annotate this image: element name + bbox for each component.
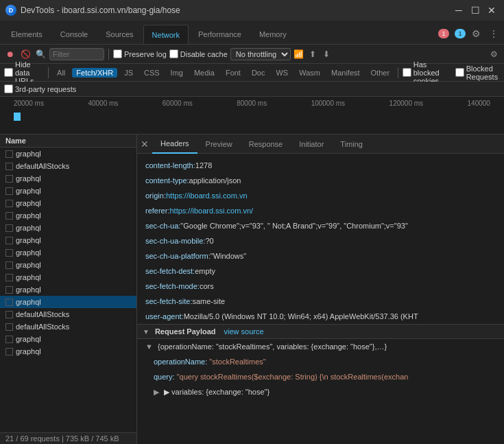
info-badge: 1 xyxy=(455,29,466,38)
import-export: ⬆ ⬇ xyxy=(307,48,333,60)
request-checkbox[interactable] xyxy=(5,261,13,269)
record-button[interactable]: ⏺ xyxy=(4,48,16,60)
tab-console[interactable]: Console xyxy=(52,25,96,44)
detail-tab-response[interactable]: Response xyxy=(241,135,291,154)
preserve-log-checkbox[interactable]: Preserve log xyxy=(113,49,167,58)
filter-img[interactable]: Img xyxy=(167,68,187,78)
request-item[interactable]: graphql xyxy=(0,283,136,296)
timeline-ruler: 20000 ms 40000 ms 60000 ms 80000 ms 1000… xyxy=(0,97,504,109)
request-item[interactable]: graphql xyxy=(0,148,136,160)
timeline-bar xyxy=(14,113,21,121)
request-item[interactable]: defaultAllStocks xyxy=(0,160,136,172)
minimize-button[interactable]: ─ xyxy=(452,3,466,17)
view-source-link[interactable]: view source xyxy=(224,327,264,336)
request-item[interactable]: graphql xyxy=(0,185,136,197)
header-row: sec-ch-ua-mobile: ?0 xyxy=(137,233,504,248)
request-list-footer: 21 / 69 requests | 735 kB / 745 kB xyxy=(0,432,136,444)
export-button[interactable]: ⬇ xyxy=(320,48,333,60)
main-tabs: Elements Console Sources Network Perform… xyxy=(0,21,504,45)
request-item[interactable]: graphql xyxy=(0,209,136,222)
header-row: content-length: 1278 xyxy=(137,158,504,173)
tab-sources[interactable]: Sources xyxy=(97,25,141,44)
filter-input-wrap[interactable] xyxy=(49,48,104,60)
detail-close-button[interactable]: ✕ xyxy=(137,137,152,152)
request-checkbox[interactable] xyxy=(5,200,13,207)
payload-line1: ▼ {operationName: "stockRealtimes", vari… xyxy=(137,339,504,354)
tab-memory[interactable]: Memory xyxy=(251,25,295,44)
timeline-mark-4: 80000 ms xyxy=(237,100,267,107)
filter-manifest[interactable]: Manifest xyxy=(327,68,364,78)
window-title: DevTools - iboard.ssi.com.vn/bang-gia/ho… xyxy=(21,5,448,15)
request-checkbox[interactable] xyxy=(5,249,13,257)
filter-font[interactable]: Font xyxy=(221,68,245,78)
request-checkbox[interactable] xyxy=(5,311,13,318)
detail-tab-timing[interactable]: Timing xyxy=(332,135,371,154)
request-item[interactable]: graphql xyxy=(0,222,136,234)
disable-cache-checkbox[interactable]: Disable cache xyxy=(169,49,228,58)
filter-media[interactable]: Media xyxy=(190,68,219,78)
search-filter-button[interactable]: 🔍 xyxy=(34,48,47,60)
request-checkbox[interactable] xyxy=(5,163,13,170)
filter-wasm[interactable]: Wasm xyxy=(295,68,324,78)
request-checkbox[interactable] xyxy=(5,224,13,232)
filter-other[interactable]: Other xyxy=(367,68,394,78)
request-checkbox[interactable] xyxy=(5,212,13,220)
request-item[interactable]: graphql xyxy=(0,296,136,308)
request-item[interactable]: graphql xyxy=(0,271,136,283)
more-button[interactable]: ⋮ xyxy=(486,26,501,41)
request-item[interactable]: graphql xyxy=(0,197,136,209)
request-checkbox[interactable] xyxy=(5,150,13,158)
timeline-mark-3: 60000 ms xyxy=(163,100,193,107)
header-row: sec-ch-ua-platform: "Windows" xyxy=(137,248,504,264)
request-checkbox[interactable] xyxy=(5,348,13,355)
filter-doc[interactable]: Doc xyxy=(248,68,269,78)
blocked-requests-checkbox[interactable]: Blocked Requests xyxy=(455,65,500,81)
filter-bar: Hide data URLs All Fetch/XHR JS CSS Img … xyxy=(0,64,504,82)
variables-expand-icon: ▶ xyxy=(154,388,161,396)
request-item[interactable]: defaultAllStocks xyxy=(0,308,136,320)
request-item[interactable]: graphql xyxy=(0,234,136,246)
request-item[interactable]: defaultAllStocks xyxy=(0,320,136,333)
request-item[interactable]: graphql xyxy=(0,345,136,358)
detail-tab-headers[interactable]: Headers xyxy=(152,135,197,154)
close-button[interactable]: ✕ xyxy=(485,3,499,17)
app-icon: D xyxy=(5,5,16,16)
filter-js[interactable]: JS xyxy=(120,68,137,78)
filter-all[interactable]: All xyxy=(53,68,69,78)
request-payload-section[interactable]: ▼ Request Payload view source xyxy=(137,324,504,339)
clear-button[interactable]: 🚫 xyxy=(19,48,32,60)
tab-elements[interactable]: Elements xyxy=(3,25,51,44)
filter-fetch-xhr[interactable]: Fetch/XHR xyxy=(72,68,117,78)
request-list-body[interactable]: graphqldefaultAllStocksgraphqlgraphqlgra… xyxy=(0,148,136,432)
network-settings-button[interactable]: ⚙ xyxy=(488,48,500,60)
settings-button[interactable]: ⚙ xyxy=(468,26,483,41)
request-item[interactable]: graphql xyxy=(0,333,136,345)
maximize-button[interactable]: ☐ xyxy=(468,3,482,17)
request-checkbox[interactable] xyxy=(5,323,13,331)
request-checkbox[interactable] xyxy=(5,274,13,281)
request-checkbox[interactable] xyxy=(5,299,13,306)
timeline-mark-7: 140000 xyxy=(468,100,490,107)
detail-tab-initiator[interactable]: Initiator xyxy=(291,135,332,154)
payload-variables[interactable]: ▶ ▶ variables: {exchange: "hose"} xyxy=(137,384,504,399)
filter-css[interactable]: CSS xyxy=(140,68,164,78)
tab-network[interactable]: Network xyxy=(143,25,189,44)
detail-tab-preview[interactable]: Preview xyxy=(197,135,241,154)
import-button[interactable]: ⬆ xyxy=(307,48,319,60)
filter-input[interactable] xyxy=(53,50,94,58)
request-checkbox[interactable] xyxy=(5,336,13,343)
filter-ws[interactable]: WS xyxy=(272,68,292,78)
request-checkbox[interactable] xyxy=(5,237,13,244)
throttle-select[interactable]: No throttling xyxy=(230,48,291,60)
divider-3 xyxy=(398,67,398,78)
request-checkbox[interactable] xyxy=(5,286,13,294)
request-item[interactable]: graphql xyxy=(0,172,136,185)
detail-content[interactable]: content-length: 1278content-type: applic… xyxy=(137,154,504,444)
request-item[interactable]: graphql xyxy=(0,246,136,259)
request-checkbox[interactable] xyxy=(5,187,13,195)
third-party-checkbox[interactable]: 3rd-party requests xyxy=(4,84,76,93)
request-item[interactable]: graphql xyxy=(0,259,136,271)
tab-performance[interactable]: Performance xyxy=(190,25,250,44)
timeline: 20000 ms 40000 ms 60000 ms 80000 ms 1000… xyxy=(0,97,504,135)
request-checkbox[interactable] xyxy=(5,175,13,183)
